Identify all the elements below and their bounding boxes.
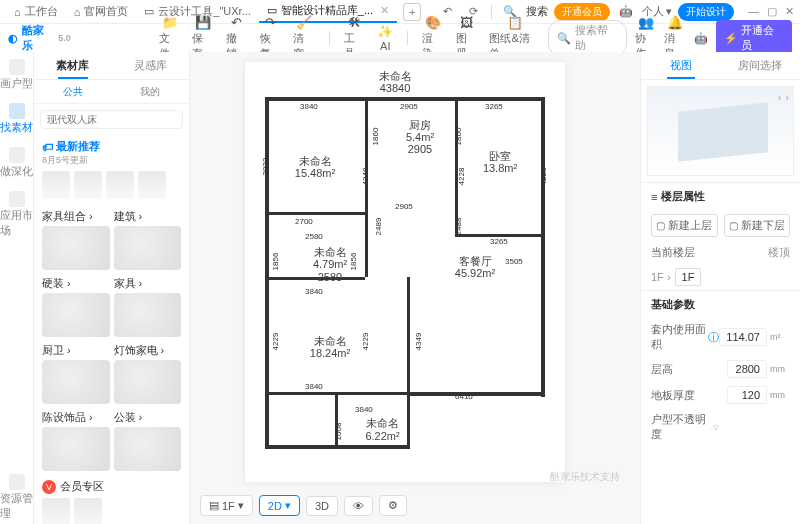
prev-icon[interactable]: ‹ bbox=[778, 91, 782, 103]
view-settings-button[interactable]: ⚙ bbox=[379, 495, 407, 516]
watermark: 酷家乐技术支持 bbox=[550, 470, 620, 484]
nav-resource-mgmt[interactable]: 资源管理 bbox=[0, 471, 33, 524]
thickness-input[interactable]: 120 bbox=[727, 386, 767, 404]
category-灯饰家电[interactable]: 灯饰家电 › bbox=[114, 343, 182, 404]
section-base-params: 基础参数 bbox=[641, 290, 800, 318]
material-panel: 素材库 灵感库 公共 我的 🏷最新推荐 8月5号更新 家具组合 ›建筑 ›硬装 … bbox=[34, 52, 190, 524]
dimension-label: 3840 bbox=[300, 102, 318, 111]
category-家具[interactable]: 家具 › bbox=[114, 276, 182, 337]
view-walk-button[interactable]: 👁 bbox=[344, 496, 373, 516]
promo-thumb[interactable] bbox=[42, 171, 70, 199]
dimension-label: 6410 bbox=[455, 392, 473, 401]
view-toolbar: ▤ 1F ▾ 2D ▾ 3D 👁 ⚙ bbox=[200, 495, 407, 516]
room-label[interactable]: 未命名15.48m² bbox=[280, 152, 350, 182]
subtab-public[interactable]: 公共 bbox=[34, 80, 112, 103]
rp-tab-view[interactable]: 视图 bbox=[641, 52, 721, 79]
dimension-label: 2489 bbox=[374, 218, 383, 236]
view-2d-button[interactable]: 2D ▾ bbox=[259, 495, 300, 516]
room-label[interactable]: 卧室13.8m² bbox=[470, 147, 530, 177]
category-家具组合[interactable]: 家具组合 › bbox=[42, 209, 110, 270]
category-硬装[interactable]: 硬装 › bbox=[42, 276, 110, 337]
dimension-label: 3840 bbox=[355, 405, 373, 414]
dimension-label: 2700 bbox=[295, 217, 313, 226]
promo-thumb[interactable] bbox=[42, 498, 70, 524]
dimension-label: 4349 bbox=[414, 333, 423, 351]
vip-button[interactable]: ⚡开通会员 bbox=[716, 20, 792, 56]
floorplan[interactable]: 未命名43840未命名15.48m²厨房5.4m²2905卧室13.8m²未命名… bbox=[245, 62, 565, 482]
properties-panel: 视图 房间选择 ‹› ≡ 楼层属性 ▢ 新建上层 ▢ 新建下层 当前楼层楼顶 1… bbox=[640, 52, 800, 524]
dimension-label: 3265 bbox=[490, 237, 508, 246]
member-zone[interactable]: V会员专区 bbox=[42, 479, 181, 494]
rp-tab-room[interactable]: 房间选择 bbox=[721, 52, 801, 79]
room-label[interactable]: 未命名6.22m² bbox=[355, 417, 410, 442]
promo-thumb[interactable] bbox=[74, 171, 102, 199]
nav-floorplan[interactable]: 画户型 bbox=[0, 56, 33, 94]
dimension-label: 3265 bbox=[485, 102, 503, 111]
brand-logo[interactable]: ◐ 酷家乐5.0 bbox=[8, 23, 71, 53]
new-upper-button[interactable]: ▢ 新建上层 bbox=[651, 214, 718, 237]
promo-subtitle: 8月5号更新 bbox=[42, 154, 181, 167]
category-建筑[interactable]: 建筑 › bbox=[114, 209, 182, 270]
dimension-label: 2905 bbox=[400, 102, 418, 111]
dimension-label: 1008 bbox=[334, 423, 343, 441]
room-label[interactable]: 未命名18.24m² bbox=[300, 332, 360, 362]
nav-market[interactable]: 应用市场 bbox=[0, 188, 33, 241]
dimension-label: 2580 bbox=[305, 232, 323, 241]
dimension-label: 2905 bbox=[395, 202, 413, 211]
promo-title[interactable]: 🏷最新推荐 bbox=[42, 139, 181, 154]
dimension-label: 3833 bbox=[261, 158, 270, 176]
height-input[interactable]: 2800 bbox=[727, 360, 767, 378]
dimension-label: 4348 bbox=[361, 168, 370, 186]
dimension-label: 4229 bbox=[271, 333, 280, 351]
dimension-label: 3505 bbox=[505, 257, 523, 266]
room-label[interactable]: 未命名43840 bbox=[355, 72, 435, 92]
dimension-label: 1856 bbox=[349, 253, 358, 271]
nav-materials[interactable]: 找素材 bbox=[0, 100, 33, 138]
tab-workspace[interactable]: ⌂工作台 bbox=[6, 0, 66, 23]
dimension-label: 4228 bbox=[539, 168, 548, 186]
dimension-label: 1860 bbox=[371, 128, 380, 146]
promo-thumb[interactable] bbox=[74, 498, 102, 524]
new-lower-button[interactable]: ▢ 新建下层 bbox=[724, 214, 791, 237]
next-icon[interactable]: › bbox=[785, 91, 789, 103]
toolbar: ◐ 酷家乐5.0 📁文件 💾保存 ↶撤销 ↷恢复 🧹清空 🛠工具 ✨AI 🎨渲染… bbox=[0, 24, 800, 52]
area-input[interactable]: 114.07 bbox=[719, 328, 767, 346]
preview-3d[interactable]: ‹› bbox=[647, 86, 794, 176]
tool-ai[interactable]: ✨AI bbox=[377, 24, 393, 52]
tab-materials[interactable]: 素材库 bbox=[34, 52, 112, 79]
assistant-icon[interactable]: 🤖 bbox=[694, 32, 708, 45]
dimension-label: 3840 bbox=[305, 382, 323, 391]
section-floor-props: ≡ 楼层属性 bbox=[641, 182, 800, 210]
floor-selector[interactable]: ▤ 1F ▾ bbox=[200, 495, 253, 516]
dimension-label: 2488 bbox=[454, 218, 463, 236]
category-公装[interactable]: 公装 › bbox=[114, 410, 182, 471]
left-nav: 画户型 找素材 做深化 应用市场 资源管理 bbox=[0, 52, 34, 524]
dimension-label: 1860 bbox=[454, 128, 463, 146]
material-search-input[interactable] bbox=[40, 110, 183, 129]
promo-thumb[interactable] bbox=[138, 171, 166, 199]
room-label[interactable]: 客餐厅45.92m² bbox=[440, 252, 510, 282]
tab-inspiration[interactable]: 灵感库 bbox=[112, 52, 190, 79]
dimension-label: 3840 bbox=[305, 287, 323, 296]
tab-homepage[interactable]: ⌂官网首页 bbox=[66, 0, 137, 23]
dimension-label: 1856 bbox=[271, 253, 280, 271]
category-厨卫[interactable]: 厨卫 › bbox=[42, 343, 110, 404]
category-陈设饰品[interactable]: 陈设饰品 › bbox=[42, 410, 110, 471]
room-label[interactable]: 厨房5.4m²2905 bbox=[395, 117, 445, 157]
dimension-label: 4229 bbox=[361, 333, 370, 351]
view-3d-button[interactable]: 3D bbox=[306, 496, 338, 516]
promo-thumb[interactable] bbox=[106, 171, 134, 199]
dimension-label: 4228 bbox=[457, 168, 466, 186]
subtab-mine[interactable]: 我的 bbox=[112, 80, 190, 103]
floor-select[interactable]: 1F bbox=[675, 268, 702, 286]
search-help[interactable]: 🔍搜索帮助 bbox=[548, 20, 627, 56]
nav-deepen[interactable]: 做深化 bbox=[0, 144, 33, 182]
canvas[interactable]: 未命名43840未命名15.48m²厨房5.4m²2905卧室13.8m²未命名… bbox=[190, 52, 640, 524]
